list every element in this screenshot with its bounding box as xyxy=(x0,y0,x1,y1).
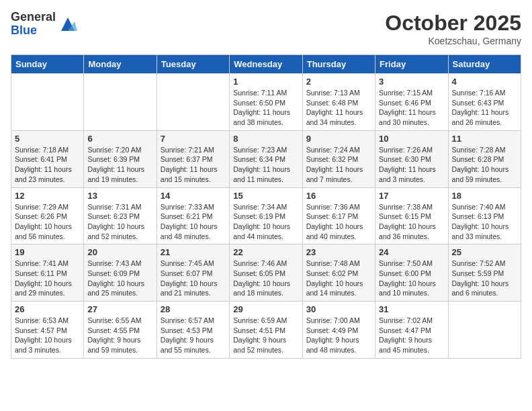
calendar-cell: 19Sunrise: 7:41 AM Sunset: 6:11 PM Dayli… xyxy=(11,244,84,302)
day-number: 26 xyxy=(15,304,80,314)
day-number: 19 xyxy=(15,247,80,257)
day-number: 6 xyxy=(87,134,152,144)
day-number: 10 xyxy=(379,134,444,144)
day-number: 16 xyxy=(306,191,371,201)
calendar-cell xyxy=(11,74,84,131)
calendar-cell: 9Sunrise: 7:24 AM Sunset: 6:32 PM Daylig… xyxy=(302,130,375,187)
day-info: Sunrise: 7:20 AM Sunset: 6:39 PM Dayligh… xyxy=(87,145,152,185)
day-info: Sunrise: 7:45 AM Sunset: 6:07 PM Dayligh… xyxy=(161,259,226,298)
day-info: Sunrise: 6:53 AM Sunset: 4:57 PM Dayligh… xyxy=(15,316,80,355)
calendar-table: SundayMondayTuesdayWednesdayThursdayFrid… xyxy=(11,54,521,359)
day-number: 20 xyxy=(87,247,152,257)
week-row-1: 1Sunrise: 7:11 AM Sunset: 6:50 PM Daylig… xyxy=(11,74,521,131)
logo-general: General xyxy=(11,11,56,24)
calendar-cell: 15Sunrise: 7:34 AM Sunset: 6:19 PM Dayli… xyxy=(230,187,302,244)
calendar-cell: 28Sunrise: 6:57 AM Sunset: 4:53 PM Dayli… xyxy=(157,302,229,359)
day-info: Sunrise: 6:55 AM Sunset: 4:55 PM Dayligh… xyxy=(87,316,152,355)
month-title: October 2025 xyxy=(385,11,521,36)
calendar-cell: 8Sunrise: 7:23 AM Sunset: 6:34 PM Daylig… xyxy=(230,130,302,187)
calendar-cell: 29Sunrise: 6:59 AM Sunset: 4:51 PM Dayli… xyxy=(230,302,302,359)
day-info: Sunrise: 7:33 AM Sunset: 6:21 PM Dayligh… xyxy=(161,202,226,242)
weekday-header-monday: Monday xyxy=(84,55,157,74)
day-info: Sunrise: 7:00 AM Sunset: 4:49 PM Dayligh… xyxy=(306,316,371,355)
calendar-cell: 24Sunrise: 7:50 AM Sunset: 6:00 PM Dayli… xyxy=(375,244,448,302)
day-info: Sunrise: 7:16 AM Sunset: 6:43 PM Dayligh… xyxy=(452,88,517,128)
day-number: 13 xyxy=(87,191,152,201)
calendar-cell: 18Sunrise: 7:40 AM Sunset: 6:13 PM Dayli… xyxy=(448,187,521,244)
day-number: 12 xyxy=(15,191,80,201)
logo-blue: Blue xyxy=(11,24,56,38)
day-info: Sunrise: 7:28 AM Sunset: 6:28 PM Dayligh… xyxy=(452,145,517,185)
day-number: 29 xyxy=(233,304,298,314)
day-info: Sunrise: 7:21 AM Sunset: 6:37 PM Dayligh… xyxy=(161,145,226,185)
day-info: Sunrise: 7:41 AM Sunset: 6:11 PM Dayligh… xyxy=(15,259,80,298)
calendar-cell: 26Sunrise: 6:53 AM Sunset: 4:57 PM Dayli… xyxy=(11,302,84,359)
calendar-cell: 21Sunrise: 7:45 AM Sunset: 6:07 PM Dayli… xyxy=(157,244,229,302)
week-row-4: 19Sunrise: 7:41 AM Sunset: 6:11 PM Dayli… xyxy=(11,244,521,302)
calendar-cell: 23Sunrise: 7:48 AM Sunset: 6:02 PM Dayli… xyxy=(302,244,375,302)
day-info: Sunrise: 7:18 AM Sunset: 6:41 PM Dayligh… xyxy=(15,145,80,185)
day-info: Sunrise: 7:38 AM Sunset: 6:15 PM Dayligh… xyxy=(379,202,444,242)
calendar-cell: 5Sunrise: 7:18 AM Sunset: 6:41 PM Daylig… xyxy=(11,130,84,187)
day-info: Sunrise: 7:13 AM Sunset: 6:48 PM Dayligh… xyxy=(306,88,371,128)
day-info: Sunrise: 7:34 AM Sunset: 6:19 PM Dayligh… xyxy=(233,202,298,242)
day-info: Sunrise: 6:59 AM Sunset: 4:51 PM Dayligh… xyxy=(233,316,298,355)
day-info: Sunrise: 7:11 AM Sunset: 6:50 PM Dayligh… xyxy=(233,88,298,128)
calendar-cell: 14Sunrise: 7:33 AM Sunset: 6:21 PM Dayli… xyxy=(157,187,229,244)
weekday-header-sunday: Sunday xyxy=(11,55,84,74)
calendar-cell: 3Sunrise: 7:15 AM Sunset: 6:46 PM Daylig… xyxy=(375,74,448,131)
day-number: 2 xyxy=(306,77,371,87)
calendar-cell xyxy=(448,302,521,359)
calendar-cell: 12Sunrise: 7:29 AM Sunset: 6:26 PM Dayli… xyxy=(11,187,84,244)
calendar-cell xyxy=(84,74,157,131)
day-info: Sunrise: 7:52 AM Sunset: 5:59 PM Dayligh… xyxy=(452,259,517,298)
calendar-cell: 6Sunrise: 7:20 AM Sunset: 6:39 PM Daylig… xyxy=(84,130,157,187)
calendar-cell: 17Sunrise: 7:38 AM Sunset: 6:15 PM Dayli… xyxy=(375,187,448,244)
day-info: Sunrise: 7:02 AM Sunset: 4:47 PM Dayligh… xyxy=(379,316,444,355)
calendar-cell: 16Sunrise: 7:36 AM Sunset: 6:17 PM Dayli… xyxy=(302,187,375,244)
calendar-cell: 13Sunrise: 7:31 AM Sunset: 6:23 PM Dayli… xyxy=(84,187,157,244)
calendar-cell: 10Sunrise: 7:26 AM Sunset: 6:30 PM Dayli… xyxy=(375,130,448,187)
day-number: 17 xyxy=(379,191,444,201)
calendar-cell: 2Sunrise: 7:13 AM Sunset: 6:48 PM Daylig… xyxy=(302,74,375,131)
day-number: 31 xyxy=(379,304,444,314)
day-info: Sunrise: 7:50 AM Sunset: 6:00 PM Dayligh… xyxy=(379,259,444,298)
calendar-cell: 7Sunrise: 7:21 AM Sunset: 6:37 PM Daylig… xyxy=(157,130,229,187)
day-number: 15 xyxy=(233,191,298,201)
day-info: Sunrise: 7:46 AM Sunset: 6:05 PM Dayligh… xyxy=(233,259,298,298)
calendar-cell: 1Sunrise: 7:11 AM Sunset: 6:50 PM Daylig… xyxy=(230,74,302,131)
week-row-2: 5Sunrise: 7:18 AM Sunset: 6:41 PM Daylig… xyxy=(11,130,521,187)
day-number: 7 xyxy=(161,134,226,144)
day-number: 8 xyxy=(233,134,298,144)
day-info: Sunrise: 7:15 AM Sunset: 6:46 PM Dayligh… xyxy=(379,88,444,128)
page-header: General Blue October 2025 Koetzschau, Ge… xyxy=(11,11,521,46)
calendar-cell: 22Sunrise: 7:46 AM Sunset: 6:05 PM Dayli… xyxy=(230,244,302,302)
day-info: Sunrise: 7:24 AM Sunset: 6:32 PM Dayligh… xyxy=(306,145,371,185)
calendar-cell: 30Sunrise: 7:00 AM Sunset: 4:49 PM Dayli… xyxy=(302,302,375,359)
logo-text: General Blue xyxy=(11,11,56,38)
week-row-3: 12Sunrise: 7:29 AM Sunset: 6:26 PM Dayli… xyxy=(11,187,521,244)
day-info: Sunrise: 7:26 AM Sunset: 6:30 PM Dayligh… xyxy=(379,145,444,185)
weekday-header-thursday: Thursday xyxy=(302,55,375,74)
weekday-header-wednesday: Wednesday xyxy=(230,55,302,74)
logo: General Blue xyxy=(11,11,77,38)
day-number: 21 xyxy=(161,247,226,257)
logo-icon xyxy=(58,15,77,34)
day-number: 14 xyxy=(161,191,226,201)
calendar-cell xyxy=(157,74,229,131)
day-number: 5 xyxy=(15,134,80,144)
calendar-cell: 4Sunrise: 7:16 AM Sunset: 6:43 PM Daylig… xyxy=(448,74,521,131)
calendar-cell: 11Sunrise: 7:28 AM Sunset: 6:28 PM Dayli… xyxy=(448,130,521,187)
day-number: 11 xyxy=(452,134,517,144)
day-number: 9 xyxy=(306,134,371,144)
weekday-header-friday: Friday xyxy=(375,55,448,74)
day-number: 4 xyxy=(452,77,517,87)
weekday-header-tuesday: Tuesday xyxy=(157,55,229,74)
location: Koetzschau, Germany xyxy=(385,36,521,46)
day-info: Sunrise: 7:23 AM Sunset: 6:34 PM Dayligh… xyxy=(233,145,298,185)
day-info: Sunrise: 7:43 AM Sunset: 6:09 PM Dayligh… xyxy=(87,259,152,298)
day-info: Sunrise: 7:31 AM Sunset: 6:23 PM Dayligh… xyxy=(87,202,152,242)
day-number: 30 xyxy=(306,304,371,314)
day-number: 24 xyxy=(379,247,444,257)
title-block: October 2025 Koetzschau, Germany xyxy=(385,11,521,46)
